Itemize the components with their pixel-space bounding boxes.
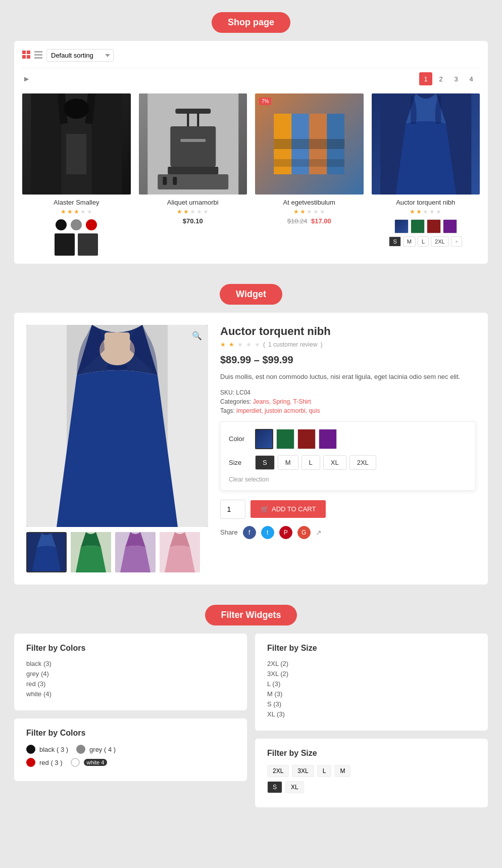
size-m-btn[interactable]: M (403, 236, 416, 247)
filter-item-white[interactable]: white (4) (26, 690, 235, 698)
filter-item-black[interactable]: black (3) (26, 660, 235, 667)
filter-colors-title-1: Filter by Colors (26, 644, 235, 653)
filter-size-s[interactable]: S (3) (267, 700, 476, 708)
thumb-navy[interactable] (26, 532, 67, 572)
size-l-btn[interactable]: L (418, 236, 429, 247)
filter-btn-2xl[interactable]: 2XL (267, 765, 289, 777)
twitter-share[interactable]: t (261, 526, 274, 539)
svg-rect-4 (34, 51, 42, 53)
swatch-green[interactable] (411, 219, 425, 233)
filter-btn-3xl[interactable]: 3XL (292, 765, 314, 777)
pinterest-share[interactable]: P (279, 526, 292, 539)
page-1[interactable]: 1 (419, 72, 432, 85)
attr-swatch-navy[interactable] (255, 429, 273, 449)
attr-size-l[interactable]: L (302, 455, 320, 470)
main-product-img: 🔍 (26, 325, 208, 527)
color-dot-red[interactable] (86, 219, 97, 230)
filter-size-3xl[interactable]: 3XL (2) (267, 670, 476, 678)
attr-swatch-green[interactable] (276, 429, 294, 449)
swatch-purple[interactable] (443, 219, 457, 233)
shop-page-label: Shop page (212, 12, 290, 33)
filter-btn-s[interactable]: S (267, 781, 282, 793)
filter-item-red[interactable]: red (3) (26, 680, 235, 688)
magnify-icon[interactable]: 🔍 (192, 331, 202, 341)
page-3[interactable]: 3 (449, 72, 463, 85)
product-aliquet: Aliquet urnamorbi ★★★★★ $70.10 (139, 93, 247, 256)
product-img-bag (139, 93, 247, 195)
filter-white-circle (71, 758, 80, 767)
filter-btn-xl[interactable]: XL (285, 781, 304, 793)
review-row: ★★★★★ ( 1 customer review ) (220, 341, 476, 348)
attr-sizes: S M L XL 2XL (255, 455, 376, 470)
attr-swatches (255, 429, 337, 449)
size-plus-btn[interactable]: + (451, 236, 462, 247)
svg-rect-22 (173, 177, 177, 185)
filter-size-m[interactable]: M (3) (267, 690, 476, 698)
attr-size-2xl[interactable]: 2XL (349, 455, 376, 470)
swatch-navy[interactable] (394, 219, 409, 233)
filter-red-row[interactable]: red ( 3 ) white 4 (26, 758, 235, 767)
size-s-btn[interactable]: S (389, 236, 400, 247)
color-dot-grey[interactable] (71, 219, 82, 230)
stars-1: ★★★★★ (22, 208, 131, 215)
filter-btn-m[interactable]: M (334, 765, 350, 777)
attr-size-s[interactable]: S (255, 455, 275, 470)
price-range: $89.99 – $99.99 (220, 354, 476, 366)
meta-sku: SKU: LC04 (220, 389, 476, 396)
page-2[interactable]: 2 (434, 72, 447, 85)
list-view-icon[interactable] (34, 51, 42, 60)
price-sale-3: $17.00 (311, 217, 331, 225)
filter-colors-text: Filter by Colors black (3) grey (4) red … (14, 634, 247, 710)
grid-view-icon[interactable] (22, 51, 30, 60)
facebook-share[interactable]: f (243, 526, 256, 539)
color-dot-black[interactable] (56, 219, 67, 230)
filter-grid: Filter by Colors black (3) grey (4) red … (14, 634, 488, 807)
filter-size-xl[interactable]: XL (3) (267, 710, 476, 718)
filter-size-2xl[interactable]: 2XL (2) (267, 660, 476, 667)
filter-item-grey[interactable]: grey (4) (26, 670, 235, 678)
filter-left-col: Filter by Colors black (3) grey (4) red … (14, 634, 247, 807)
size-2xl-btn[interactable]: 2XL (431, 236, 449, 247)
product-img-jacket (22, 93, 131, 195)
thumb-pink[interactable] (160, 532, 200, 572)
filter-size-l[interactable]: L (3) (267, 680, 476, 688)
clear-selection-link[interactable]: Clear selection (229, 476, 467, 483)
svg-rect-21 (163, 177, 167, 185)
thumb-lilac[interactable] (115, 532, 156, 572)
tag-links[interactable]: imperdiet, justoin acmorbi, quis (236, 407, 320, 414)
page-4[interactable]: 4 (465, 72, 478, 85)
add-to-cart-button[interactable]: 🛒 ADD TO CART (250, 500, 326, 518)
sort-select[interactable]: Default sorting Price: low to high Price… (46, 49, 114, 62)
attr-size-xl[interactable]: XL (323, 455, 346, 470)
review-close: ) (320, 341, 322, 348)
attr-swatch-red[interactable] (297, 429, 316, 449)
filter-black-row[interactable]: black ( 3 ) grey ( 4 ) (26, 745, 235, 754)
widget-product-title: Auctor torquent nibh (220, 325, 476, 338)
attr-swatch-purple[interactable] (319, 429, 337, 449)
color-dots-1 (22, 219, 131, 230)
thumb-1a[interactable] (55, 233, 75, 256)
thumb-1b[interactable] (78, 233, 98, 256)
gplus-share[interactable]: G (297, 526, 311, 539)
swatch-red[interactable] (427, 219, 441, 233)
filter-size-row-2: S XL (267, 781, 476, 793)
size-btns-4: S M L 2XL + (372, 236, 480, 247)
filter-btn-l[interactable]: L (317, 765, 332, 777)
price-3: $18.24 $17.00 (255, 217, 364, 225)
price-original-3: $18.24 (287, 217, 308, 225)
filter-grey-label: grey ( 4 ) (89, 746, 116, 753)
color-label: Color (229, 435, 249, 443)
share-extra-icon: ↗ (316, 528, 322, 537)
attr-size-m[interactable]: M (278, 455, 298, 470)
category-links[interactable]: Jeans, Spring, T-Shirt (253, 398, 311, 405)
qty-input[interactable] (220, 500, 245, 519)
pagination-nums: 1 2 3 4 (419, 72, 478, 85)
color-swatches-4 (372, 219, 480, 233)
prev-arrow[interactable]: ▶ (24, 75, 29, 82)
svg-rect-16 (180, 139, 206, 142)
filter-size-btns: Filter by Size 2XL 3XL L M S XL (255, 739, 488, 807)
product-dress: Auctor torquent nibh ★★★★★ S M L 2XL + (372, 93, 480, 256)
filter-size-title-2: Filter by Size (267, 749, 476, 758)
thumb-green[interactable] (71, 532, 111, 572)
filter-section: Filter by Colors black (3) grey (4) red … (14, 634, 488, 807)
